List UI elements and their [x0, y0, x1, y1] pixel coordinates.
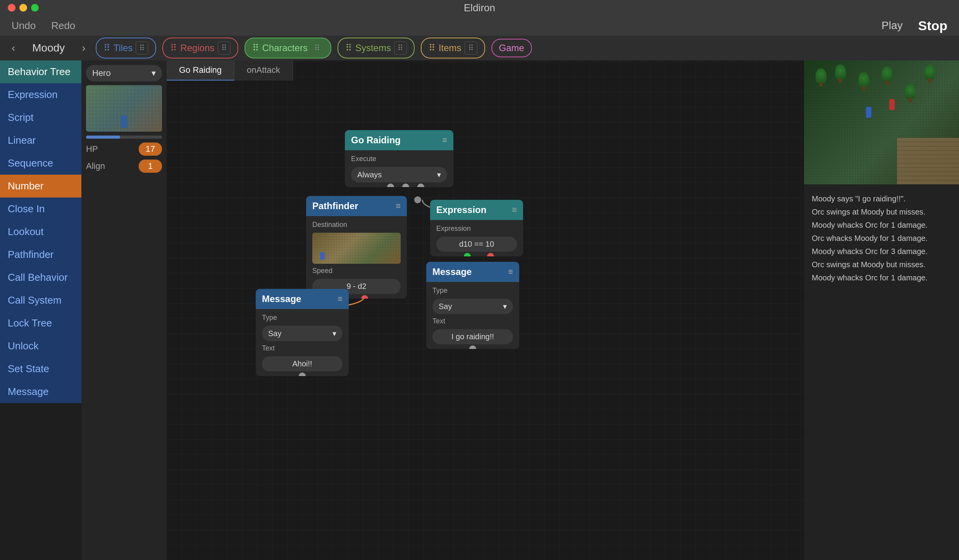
sidebar-item-number[interactable]: Number: [0, 175, 81, 198]
tiles-label: Tiles: [114, 43, 133, 53]
node-expression-body: Expression d10 == 10: [430, 220, 523, 256]
node-expression-menu-icon[interactable]: ≡: [512, 205, 517, 215]
msg1-text-label: Text: [262, 344, 343, 352]
brick-wall: [897, 138, 959, 184]
play-button[interactable]: Play: [882, 19, 902, 32]
log-text: Moody says "I go raiding!!".Orc swings a…: [812, 192, 951, 284]
node-go-raiding-body: Execute Always ▾: [345, 150, 453, 187]
node-go-raiding-menu-icon[interactable]: ≡: [442, 135, 447, 145]
tiles-dots-icon: ⠿: [103, 43, 110, 53]
log-panel: Moody says "I go raiding!!".Orc swings a…: [804, 184, 959, 560]
sub-tab-onattack[interactable]: onAttack: [234, 60, 293, 81]
tab-items[interactable]: ⠿ Items ⠿: [421, 38, 485, 58]
nav-current: Moody: [25, 42, 72, 54]
regions-dots-icon: ⠿: [170, 43, 177, 53]
node-message1-header: Message ≡: [256, 289, 349, 309]
game-preview: [804, 60, 959, 184]
canvas-area[interactable]: Go Raiding onAttack Go Raiding ≡: [167, 60, 804, 560]
node-pathfinder-body: Destination Speed 9 - d2: [306, 216, 407, 299]
tab-characters[interactable]: ⠿ Characters ⠿: [244, 38, 331, 58]
msg2-text-input[interactable]: I go raiding!!: [432, 329, 513, 344]
menu-right: Play Stop: [882, 18, 947, 33]
undo-menu[interactable]: Undo: [12, 20, 36, 32]
window-controls: [8, 4, 39, 12]
close-button[interactable]: [8, 4, 15, 12]
sidebar-item-message[interactable]: Message: [0, 380, 81, 403]
msg2-type-select[interactable]: Say ▾: [432, 299, 513, 314]
node-message1-menu-icon[interactable]: ≡: [337, 294, 343, 304]
tab-systems[interactable]: ⠿ Systems ⠿: [337, 38, 415, 58]
tab-regions[interactable]: ⠿ Regions ⠿: [162, 38, 238, 58]
msg1-type-select[interactable]: Say ▾: [262, 326, 343, 341]
items-dots-icon: ⠿: [429, 43, 436, 53]
expression-input[interactable]: d10 == 10: [436, 237, 517, 252]
hp-row: HP 17: [86, 143, 162, 156]
sidebar-item-lock-tree[interactable]: Lock Tree: [0, 312, 81, 335]
sidebar-item-set-state[interactable]: Set State: [0, 357, 81, 380]
align-value: 1: [139, 160, 162, 173]
tab-game[interactable]: Game: [491, 39, 532, 57]
enemy-map-sprite: [889, 99, 895, 110]
maximize-button[interactable]: [31, 4, 39, 12]
nav-prev-arrow[interactable]: ‹: [8, 40, 19, 56]
sidebar-item-lookout[interactable]: Lookout: [0, 220, 81, 243]
expression-field-label: Expression: [436, 225, 517, 233]
sidebar-item-call-behavior[interactable]: Call Behavior: [0, 266, 81, 289]
sidebar-item-linear[interactable]: Linear: [0, 129, 81, 152]
execute-select[interactable]: Always ▾: [351, 167, 447, 182]
sidebar-item-script[interactable]: Script: [0, 106, 81, 129]
tiles-settings-icon[interactable]: ⠿: [136, 41, 148, 55]
sub-tab-go-raiding[interactable]: Go Raiding: [167, 60, 234, 81]
sidebar-item-sequence[interactable]: Sequence: [0, 152, 81, 175]
align-label: Align: [86, 161, 105, 171]
sidebar-item-unlock[interactable]: Unlock: [0, 335, 81, 357]
systems-dots-icon: ⠿: [345, 43, 352, 53]
right-panel: Moody says "I go raiding!!".Orc swings a…: [804, 60, 959, 560]
node-pathfinder-title: Pathfinder: [312, 201, 358, 211]
msg2-text-label: Text: [432, 317, 513, 325]
hero-map-sprite: [866, 107, 871, 118]
sidebar-item-expression[interactable]: Expression: [0, 83, 81, 106]
node-pathfinder-menu-icon[interactable]: ≡: [396, 201, 401, 211]
node-message2-header: Message ≡: [426, 262, 519, 282]
msg1-type-arrow: ▾: [332, 329, 336, 338]
node-expression-title: Expression: [436, 204, 486, 215]
pathfinder-char-sprite: [320, 252, 325, 260]
menu-left: Undo Redo: [12, 20, 75, 32]
tab-tiles[interactable]: ⠿ Tiles ⠿: [96, 38, 157, 58]
sub-tabs: Go Raiding onAttack: [167, 60, 293, 81]
node-message2-menu-icon[interactable]: ≡: [508, 267, 513, 277]
systems-settings-icon[interactable]: ⠿: [394, 41, 407, 55]
menu-bar: Undo Redo Play Stop: [0, 15, 959, 36]
log-line: Moody whacks Orc for 1 damage.: [812, 271, 951, 284]
nav-next-arrow[interactable]: ›: [78, 40, 89, 56]
stop-button[interactable]: Stop: [918, 18, 947, 33]
characters-settings-icon[interactable]: ⠿: [311, 41, 324, 55]
msg1-type-label: Type: [262, 314, 343, 322]
char-preview: [86, 85, 162, 132]
game-label: Game: [499, 43, 524, 53]
node-message1-body: Type Say ▾ Text Ahoi!!: [256, 309, 349, 376]
sidebar-item-pathfinder[interactable]: Pathfinder: [0, 243, 81, 266]
node-message1-title: Message: [262, 294, 301, 304]
node-message1: Message ≡ Type Say ▾ Text Ahoi!!: [256, 289, 349, 376]
minimize-button[interactable]: [19, 4, 27, 12]
sidebar-item-close-in[interactable]: Close In: [0, 198, 81, 220]
msg1-text-input[interactable]: Ahoi!!: [262, 356, 343, 371]
items-settings-icon[interactable]: ⠿: [465, 41, 477, 55]
sidebar-item-behavior-tree[interactable]: Behavior Tree: [0, 60, 81, 83]
regions-label: Regions: [180, 43, 214, 53]
node-pathfinder-header: Pathfinder ≡: [306, 196, 407, 216]
redo-menu[interactable]: Redo: [51, 20, 75, 32]
node-pathfinder: Pathfinder ≡ Destination Speed 9 - d2: [306, 196, 407, 299]
node-message2: Message ≡ Type Say ▾ Text I go raiding!!: [426, 262, 519, 349]
hero-dropdown[interactable]: Hero ▾: [86, 65, 162, 81]
sidebar: Behavior Tree Expression Script Linear S…: [0, 60, 81, 560]
regions-settings-icon[interactable]: ⠿: [218, 41, 231, 55]
log-line: Orc whacks Moody for 1 damage.: [812, 232, 951, 245]
msg2-type-arrow: ▾: [503, 302, 507, 311]
tree-5: [905, 84, 916, 99]
sidebar-item-call-system[interactable]: Call System: [0, 289, 81, 312]
char-sprite: [121, 115, 127, 128]
destination-label: Destination: [312, 221, 401, 229]
